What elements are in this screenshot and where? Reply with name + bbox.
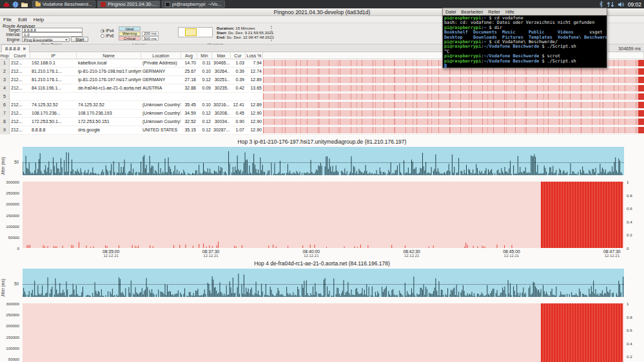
table-row-hop-6[interactable]: 6212...74.125.32.5274.125.32.52(Unknown … (0, 101, 644, 110)
volume-icon[interactable] (618, 1, 625, 8)
column-header-ip[interactable]: IP (30, 52, 77, 59)
hop-number: 7 (0, 110, 10, 117)
cell: 74.125.32.52 (77, 101, 141, 109)
time-tick: 08:47:3012.12.21 (603, 249, 620, 258)
cell (231, 93, 246, 100)
column-header-min[interactable]: Min (197, 52, 212, 59)
viewport-selection[interactable] (185, 28, 197, 36)
latency-tick-label: 150000 (6, 334, 19, 339)
charts-area: Hop 3 ip-81-210-176-197.hsi17.unitymedia… (0, 135, 644, 362)
terminal-window[interactable]: DateiBearbeitenReiterHilfe pi@raspberryp… (442, 8, 607, 68)
cell: ip-81-210-176-197.hsi17.unitymediagroup.… (77, 76, 141, 84)
cell: GERMANY (141, 68, 181, 75)
legend-threshold-input[interactable]: 500 ms (142, 36, 159, 41)
latency-plot[interactable] (23, 182, 624, 248)
column-header-avg[interactable]: Avg (181, 52, 197, 59)
column-header-cur[interactable]: Cur (231, 52, 246, 59)
tab-8888[interactable]: 8.8.8.8 ✖ (1, 44, 30, 52)
menu-help[interactable]: Help (30, 16, 47, 23)
taskbar-window-label: pi@raspberrypi: ~/Vo... (172, 1, 222, 7)
ipv4-radio[interactable]: IPv4 (101, 28, 114, 33)
file-manager-icon[interactable] (21, 1, 28, 8)
terminal-text: Vodafone\ Beschwerde (558, 35, 607, 40)
table-row-hop-9[interactable]: 9212...8.8.8.8dns.googleUNITED STATES35.… (0, 126, 644, 135)
taskbar-window-terminal[interactable]: pi@raspberrypi: ~/Vo... (162, 1, 225, 8)
column-header-count[interactable]: Count (10, 52, 30, 59)
column-header-max[interactable]: Max (212, 52, 231, 59)
hop-table: 1212...192.168.0.1kabelbox.local(Private… (0, 59, 644, 135)
table-row-hop-5[interactable]: 5 (0, 93, 644, 101)
latency-tick-label: 300000 (6, 301, 19, 306)
terminal-menu-datei[interactable]: Datei (443, 8, 458, 15)
network-updown-icon[interactable] (607, 1, 614, 8)
cell: 12.89 (246, 101, 263, 109)
latency-plot[interactable] (23, 303, 624, 362)
terminal-menu-bearbeiten[interactable]: Bearbeiten (458, 8, 485, 15)
cell: 30235.. (212, 84, 231, 92)
column-header-location[interactable]: Location (141, 52, 181, 59)
time-tick: 08:35:0012.12.21 (102, 249, 119, 258)
table-row-hop-2[interactable]: 2212...81.210.176.1...ip-81-210-176-198.… (0, 68, 644, 76)
menu-file[interactable]: File (0, 16, 15, 23)
taskbar-window-folder[interactable]: Vodafone Beschwerd... (32, 1, 95, 8)
column-header-loss[interactable]: Loss % (246, 52, 263, 59)
jitter-plot[interactable] (23, 147, 624, 175)
cell (77, 93, 141, 100)
pingnoo-icon (101, 2, 106, 7)
clock[interactable]: 09:02 (628, 1, 641, 8)
cell: 212... (10, 59, 30, 67)
loss-tick-label: 1 (627, 301, 629, 306)
loss-axis-ticks: 10.80.60.40.20 (625, 303, 644, 362)
table-row-hop-8[interactable]: 8212...172.253.50.1...172.253.50.151(Unk… (0, 118, 644, 126)
legend-threshold-input[interactable]: 200 ms (142, 32, 159, 36)
end-label: End: (217, 35, 226, 39)
latency-history-cell (263, 76, 644, 84)
viewport-preview[interactable] (178, 27, 213, 37)
cell (30, 93, 77, 100)
target-input[interactable] (22, 28, 83, 32)
latency-history-cell (263, 68, 644, 75)
browser-icon[interactable] (12, 1, 19, 8)
bluetooth-icon[interactable] (599, 1, 603, 8)
cell: (Unknown Country?) (141, 101, 181, 109)
raspberry-menu-icon[interactable] (3, 1, 10, 8)
duration-value: 15 Minutes (235, 26, 255, 30)
jitter-tick-label: 50 (0, 281, 21, 286)
terminal-menu-hilfe[interactable]: Hilfe (503, 8, 517, 15)
jitter-plot[interactable] (23, 269, 624, 297)
cell: dns.google (77, 126, 141, 134)
panel-splitter[interactable] (271, 26, 272, 41)
table-row-hop-3[interactable]: 3212...81.210.176.1...ip-81-210-176-197.… (0, 76, 644, 84)
cell: 0.11 (197, 59, 212, 67)
cell: 212... (10, 84, 30, 92)
latency-history-bar (263, 102, 644, 108)
taskbar-window-pingnoo[interactable]: Pingnoo 2021.04.30-... (97, 1, 160, 8)
latency-history-cell (263, 101, 644, 109)
tab-close-icon[interactable]: ✖ (23, 47, 26, 51)
interval-input[interactable] (22, 32, 83, 37)
terminal-menu-reiter[interactable]: Reiter (485, 8, 503, 15)
table-row-hop-7[interactable]: 7212...108.170.236...108.170.236.193(Unk… (0, 110, 644, 118)
column-header-name[interactable]: Name (77, 52, 141, 59)
table-row-hop-4[interactable]: 4212...84.116.196.1...de-fra04d-rc1-ae-2… (0, 84, 644, 93)
outage-region (541, 182, 623, 248)
terminal-text: ~/Vodafone Beschwerde (483, 59, 539, 64)
cell: 0.12 (197, 76, 212, 84)
ipv6-radio[interactable]: IPv6 (101, 33, 114, 38)
latency-tick-label: 250000 (6, 312, 19, 317)
cell: 84.116.196.1... (30, 84, 77, 92)
cell: 0.12 (197, 110, 212, 117)
latency-history-bar (263, 85, 644, 91)
cell: 108.170.236... (30, 110, 77, 117)
legend-critical: Critical500 ms (119, 36, 159, 41)
cell: 25.67 (181, 68, 197, 75)
chart-title: Hop 3 ip-81-210-176-197.hsi17.unitymedia… (0, 138, 644, 146)
cell: 0.39 (231, 68, 246, 75)
hop-number: 2 (0, 68, 10, 75)
menu-edit[interactable]: Edit (15, 16, 30, 23)
cell: 0.12 (197, 118, 212, 126)
cell: AUSTRIA (141, 84, 181, 92)
target-row: Target: (3, 28, 83, 32)
column-header-hop[interactable]: Hop (0, 52, 10, 59)
time-tick-date: 12.12.21 (202, 254, 219, 258)
